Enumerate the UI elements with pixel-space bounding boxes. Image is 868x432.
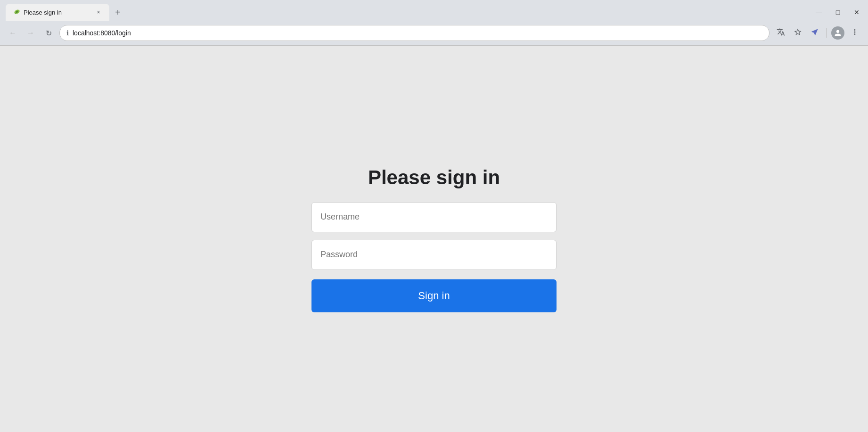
extension-button[interactable] [807,25,822,41]
menu-button[interactable] [847,25,862,41]
title-bar: Please sign in × + — □ ✕ [0,0,868,22]
tab-favicon [12,8,20,16]
profile-button[interactable] [830,25,845,41]
profile-avatar [831,26,844,40]
url-display: localhost:8080/login [73,29,762,37]
menu-icon [851,28,859,38]
close-window-button[interactable]: ✕ [851,7,862,18]
minimize-button[interactable]: — [813,7,825,18]
login-container: Please sign in Sign in [311,166,557,312]
tabs-area: Please sign in × + [6,4,125,21]
new-tab-button[interactable]: + [110,5,125,20]
tab-title: Please sign in [24,9,90,16]
translate-icon [777,28,785,38]
maximize-button[interactable]: □ [832,7,843,18]
toolbar-separator [826,28,827,38]
page-content: Please sign in Sign in [0,46,868,432]
back-button[interactable]: ← [6,26,20,40]
translate-button[interactable] [773,25,788,41]
window-controls: — □ ✕ [813,7,862,18]
forward-button[interactable]: → [24,26,38,40]
tab-close-button[interactable]: × [94,8,103,16]
address-bar: ← → ↻ ℹ localhost:8080/login [0,22,868,45]
star-icon [794,28,802,38]
address-input-wrap[interactable]: ℹ localhost:8080/login [59,25,770,41]
extension-icon [811,28,819,38]
info-icon: ℹ [66,29,69,37]
password-input[interactable] [311,240,557,270]
login-form: Sign in [311,202,557,312]
active-tab[interactable]: Please sign in × [6,4,109,21]
sign-in-button[interactable]: Sign in [311,279,557,312]
browser-chrome: Please sign in × + — □ ✕ ← → ↻ ℹ localho… [0,0,868,46]
toolbar-icons [773,25,862,41]
page-title: Please sign in [368,166,500,189]
bookmark-button[interactable] [790,25,805,41]
reload-button[interactable]: ↻ [41,26,56,40]
username-input[interactable] [311,202,557,232]
